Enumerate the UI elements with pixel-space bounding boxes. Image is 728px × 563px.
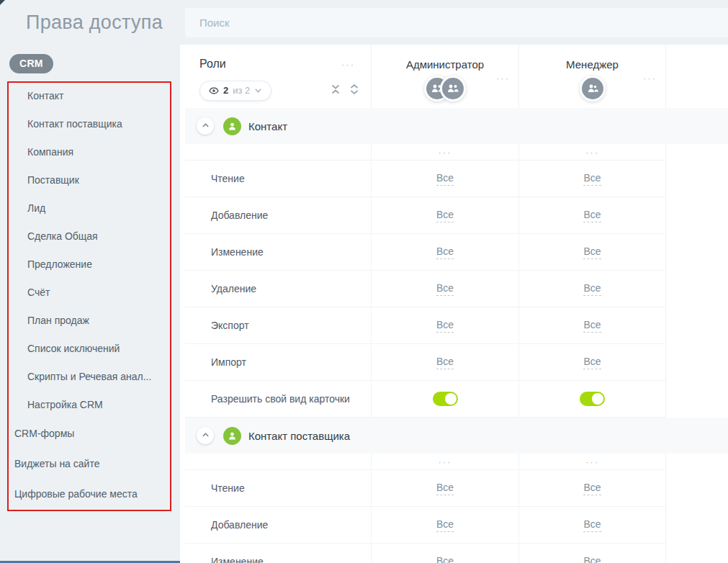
sidebar: Права доступа CRM КонтактКонтакт поставщ… [0, 0, 180, 563]
sidebar-item[interactable]: План продаж [7, 306, 171, 334]
sidebar-item[interactable]: Компания [7, 138, 171, 166]
sidebar-item[interactable]: Счёт [7, 278, 171, 306]
sidebar-item[interactable]: Виджеты на сайте [7, 449, 171, 479]
permission-value-cell: Все [371, 544, 518, 563]
role-column-admin: Администратор ··· [371, 45, 518, 108]
sidebar-item[interactable]: Контакт поставщика [7, 109, 171, 138]
table-header-row: Роли ··· 2 из 2 [185, 45, 728, 108]
sidebar-item[interactable]: Предложение [7, 250, 171, 278]
permission-value-cell: Все [518, 307, 666, 344]
sidebar-item[interactable]: Лид [7, 194, 171, 222]
permission-value-link[interactable]: Все [583, 356, 601, 369]
permission-value-link[interactable]: Все [436, 518, 454, 532]
sidebar-item[interactable]: CRM-формы [7, 418, 171, 449]
permission-label: Разрешить свой вид карточки [185, 381, 371, 418]
search-input[interactable] [185, 8, 728, 37]
permission-value-cell: Все [371, 307, 518, 344]
sidebar-item[interactable]: Поставщик [7, 166, 171, 194]
permission-toggle-on[interactable] [433, 392, 458, 406]
permission-row: ЧтениеВсеВсе [185, 470, 728, 507]
access-rights-page: Права доступа CRM КонтактКонтакт поставщ… [0, 0, 728, 563]
roles-shown-count: 2 [223, 85, 228, 96]
collapse-all-icon[interactable] [331, 84, 341, 94]
permission-value-link[interactable]: Все [583, 518, 601, 532]
column-menu-icon[interactable]: ··· [371, 144, 518, 161]
column-menu-icon[interactable]: ··· [371, 454, 518, 470]
permission-value-cell: Все [518, 507, 666, 544]
section-title: Контакт [248, 120, 287, 132]
roles-filter-pill[interactable]: 2 из 2 [199, 81, 271, 101]
permission-toggle-on[interactable] [580, 392, 605, 406]
permission-value-link[interactable]: Все [436, 555, 454, 563]
permission-label: Изменение [185, 544, 371, 563]
permission-label: Добавление [185, 507, 371, 544]
permission-label: Экспорт [185, 307, 371, 344]
permission-value-cell [518, 381, 666, 418]
sidebar-item[interactable]: Настройка CRM [7, 390, 171, 418]
permission-value-link[interactable]: Все [436, 246, 454, 259]
group-single-icon [582, 78, 603, 99]
permission-value-cell: Все [371, 234, 518, 271]
permission-value-cell: Все [371, 271, 518, 307]
permission-value-cell: Все [371, 344, 518, 381]
permission-row: УдалениеВсеВсе [185, 271, 728, 307]
roles-header-label: Роли [199, 58, 226, 71]
section-menu-row: ······ [185, 454, 728, 470]
role-menu-icon-admin[interactable]: ··· [496, 73, 510, 83]
sidebar-item[interactable]: Сделка Общая [7, 222, 171, 250]
permission-value-cell: Все [518, 234, 666, 271]
chevron-up-icon [202, 429, 210, 442]
permission-value-link[interactable]: Все [583, 555, 601, 563]
permission-row: ДобавлениеВсеВсе [185, 197, 728, 234]
permission-value-cell: Все [371, 470, 518, 507]
sidebar-item[interactable]: Список исключений [7, 334, 171, 362]
entity-avatar-icon [223, 427, 241, 445]
section-menu-row: ······ [185, 144, 728, 161]
crm-badge[interactable]: CRM [9, 54, 53, 73]
permission-value-cell: Все [518, 197, 666, 234]
permission-value-cell: Все [371, 197, 518, 234]
sidebar-item[interactable]: Контакт [7, 81, 171, 109]
permission-value-link[interactable]: Все [436, 356, 454, 369]
permission-value-link[interactable]: Все [583, 319, 601, 333]
topbar [180, 0, 728, 45]
column-menu-icon[interactable]: ··· [518, 454, 666, 470]
permission-value-cell: Все [371, 161, 518, 197]
sidebar-item[interactable]: Скрипты и Речевая анал... [7, 362, 171, 390]
section-collapse-button[interactable] [197, 427, 214, 444]
permission-row: ИмпортВсеВсе [185, 344, 728, 381]
permission-value-link[interactable]: Все [583, 282, 601, 296]
permission-value-link[interactable]: Все [436, 209, 454, 222]
sidebar-item[interactable]: Цифровые рабочие места [7, 479, 171, 509]
permission-value-link[interactable]: Все [583, 482, 601, 495]
column-menu-icon[interactable]: ··· [518, 144, 666, 161]
permission-value-link[interactable]: Все [436, 172, 454, 186]
permission-value-link[interactable]: Все [583, 246, 601, 259]
role-menu-icon-manager[interactable]: ··· [643, 73, 657, 83]
permission-label: Добавление [185, 197, 371, 234]
rows-tools [331, 84, 359, 94]
permission-value-link[interactable]: Все [583, 172, 601, 186]
menu-row-spacer [185, 144, 371, 161]
permission-value-cell: Все [371, 507, 518, 544]
expand-all-icon[interactable] [349, 84, 359, 94]
roles-menu-icon[interactable]: ··· [341, 60, 355, 69]
permission-value-link[interactable]: Все [583, 209, 601, 222]
permission-value-cell: Все [518, 470, 666, 507]
permission-value-cell: Все [518, 271, 666, 307]
window-corner-mark [0, 0, 5, 5]
section-title: Контакт поставщика [248, 430, 350, 442]
permission-label: Удаление [185, 271, 371, 307]
permission-value-link[interactable]: Все [436, 482, 454, 495]
eye-icon [209, 86, 219, 96]
chevron-up-icon [202, 120, 210, 132]
permissions-table: Роли ··· 2 из 2 [180, 45, 728, 563]
roles-header-cell: Роли ··· 2 из 2 [185, 45, 371, 108]
entity-avatar-icon [223, 117, 241, 135]
permission-value-link[interactable]: Все [436, 282, 454, 296]
section-header: Контакт поставщика [185, 418, 728, 454]
section-collapse-button[interactable] [197, 117, 214, 135]
page-title: Права доступа [26, 12, 163, 34]
permission-value-link[interactable]: Все [436, 319, 454, 333]
permission-label: Импорт [185, 344, 371, 381]
